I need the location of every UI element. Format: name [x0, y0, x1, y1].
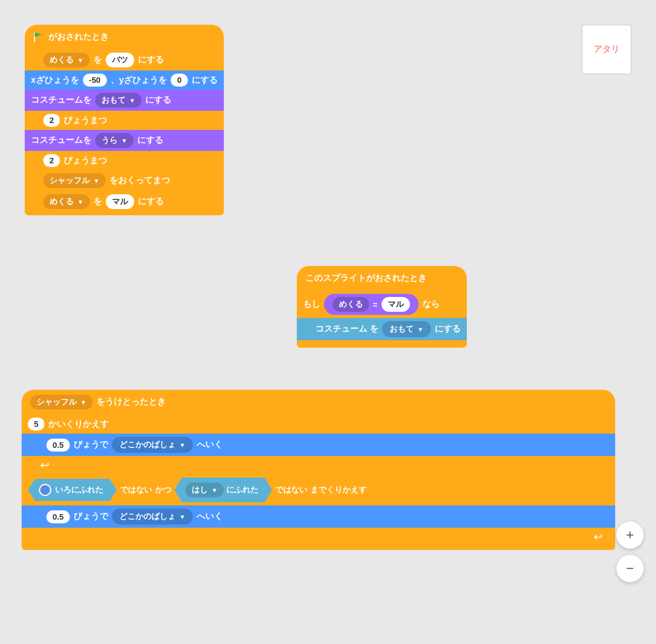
- val-omote-1[interactable]: おもて ▼: [95, 93, 142, 108]
- edge-touch-condition: はし ▼ にふれた: [174, 478, 272, 502]
- block-move-0.5-1: 0.5 びょうで どこかのばしょ ▼ へいく: [22, 434, 615, 456]
- sprite-label: アタリ: [594, 44, 620, 55]
- block-set-xy: xざひょうを -50 、yざひょうを 0 にする: [25, 71, 224, 90]
- block-set-maru: めくる ▼ を マル にする: [25, 191, 224, 215]
- val-2-2[interactable]: 2: [43, 154, 60, 167]
- val-shuffle-1[interactable]: シャッフル ▼: [43, 173, 106, 188]
- until-close-arrow: ↩: [22, 528, 615, 550]
- val-x[interactable]: -50: [83, 74, 107, 87]
- val-5[interactable]: 5: [28, 418, 45, 431]
- block-costume-omote-2: コスチューム を おもて ▼ にする: [297, 318, 467, 340]
- zoom-out-button[interactable]: −: [616, 555, 644, 582]
- val-omote-2[interactable]: おもて ▼: [382, 321, 431, 337]
- flag-icon: [33, 32, 43, 43]
- val-maru-cond: マル: [381, 297, 410, 312]
- color-touch-condition: いろにふれた: [28, 479, 117, 501]
- place-dropdown-2[interactable]: どこかのばしょ ▼: [112, 509, 193, 525]
- group3-blocks: シャッフル ▼ をうけとったとき 5 かいくりかえす 0.5 びょうで どこかの…: [22, 390, 615, 550]
- val-0.5-2[interactable]: 0.5: [46, 510, 70, 523]
- block-costume-ura: コスチュームを うら ▼ にする: [25, 130, 224, 151]
- sprite-hat-label: このスプライトがおされたとき: [305, 273, 427, 284]
- shuffle-receive-hat: シャッフル ▼ をうけとったとき: [22, 390, 615, 414]
- repeat-close-arrow: ↩: [22, 456, 615, 474]
- val-maru-1: マル: [106, 194, 134, 209]
- block-costume-omote-1: コスチュームを おもて ▼ にする: [25, 90, 224, 111]
- block-if-header: もし めくる = マル なら: [297, 291, 467, 318]
- block-repeat-until-header: いろにふれた ではない かつ はし ▼ にふれた ではない までくりかえす: [22, 474, 615, 505]
- color-swatch[interactable]: [39, 484, 51, 496]
- var-mekuru-cond[interactable]: めくる: [333, 297, 369, 312]
- block-wait-2-1: 2 びょうまつ: [25, 111, 224, 130]
- zoom-in-button[interactable]: +: [616, 522, 644, 549]
- block-repeat-5-header: 5 かいくりかえす: [22, 414, 615, 434]
- block-broadcast-shuffle: シャッフル ▼ をおくってまつ: [25, 170, 224, 191]
- condition-mekuru-eq-maru: めくる = マル: [324, 294, 419, 315]
- sprite-hat-block: このスプライトがおされたとき: [297, 266, 467, 291]
- zoom-controls: + −: [616, 522, 644, 582]
- block-set-bakutu: めくる ▼ を バツ にする: [25, 49, 224, 71]
- block-wait-2-2: 2 びょうまつ: [25, 151, 224, 170]
- var-mekuru-1[interactable]: めくる ▼: [43, 53, 90, 67]
- val-ura[interactable]: うら ▼: [95, 133, 134, 148]
- group2-blocks: このスプライトがおされたとき もし めくる = マル なら コスチューム を お…: [297, 266, 467, 348]
- group1-blocks: がおされたとき めくる ▼ を バツ にする xざひょうを -50 、yざひょう…: [25, 25, 224, 215]
- block-move-0.5-2: 0.5 びょうで どこかのばしょ ▼ へいく: [22, 505, 615, 528]
- hat-label: がおされたとき: [48, 32, 109, 43]
- val-hashi[interactable]: はし ▼: [185, 483, 224, 497]
- sprite-thumbnail: アタリ: [582, 25, 631, 74]
- var-mekuru-2[interactable]: めくる ▼: [43, 194, 90, 209]
- val-2-1[interactable]: 2: [43, 114, 60, 127]
- val-0.5-1[interactable]: 0.5: [46, 439, 70, 452]
- flag-hat-block: がおされたとき: [25, 25, 224, 49]
- svg-marker-1: [35, 32, 42, 37]
- val-shuffle-hat[interactable]: シャッフル ▼: [30, 395, 93, 410]
- place-dropdown-1[interactable]: どこかのばしょ ▼: [112, 437, 193, 453]
- val-batsu: バツ: [106, 53, 134, 67]
- if-block-cap: [297, 340, 467, 348]
- val-y[interactable]: 0: [171, 74, 187, 87]
